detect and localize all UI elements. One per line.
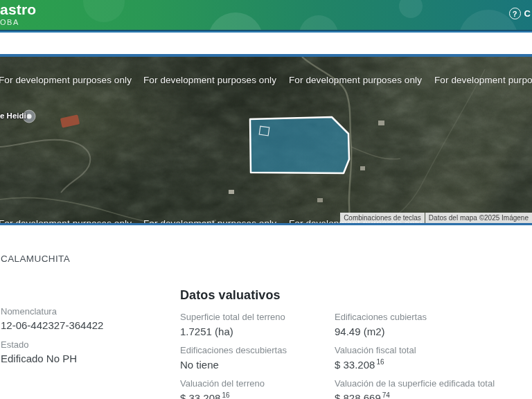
map-data-attribution: Datos del mapa ©2025 Imágene [425,213,532,223]
valuation-field: Edificaciones descubiertas No tiene [180,345,335,378]
keyboard-shortcuts-button[interactable]: Combinaciones de teclas [340,213,425,223]
dev-watermark: For development purposes only [143,218,276,223]
logo-text-bottom: OBA [0,19,36,26]
header-decor-circle [83,0,125,22]
parcel-detail-panel: CALAMUCHITA Nomenclatura 12-06-442327-36… [0,226,532,399]
valuation-field: Valuación fiscal total $ 33.20816 [335,345,532,378]
department-name: CALAMUCHITA [1,254,70,264]
field-value-nomenclatura: 12-06-442327-364422 [1,319,170,331]
app-logo[interactable]: astro OBA [0,2,36,26]
dev-watermark: For development purposes only [434,75,532,85]
valuation-grid: Superficie total del terreno 1.7251 (ha)… [180,312,532,399]
toolbar-strip [0,33,532,54]
header-decor-circle [208,12,263,30]
logo-text-top: astro [0,2,36,17]
valuation-field: Edificaciones cubiertas 94.49 (m2) [335,312,532,345]
field-label-nomenclatura: Nomenclatura [1,306,170,317]
dev-watermark: For development purposes only [0,75,132,85]
app-header: astro OBA ? C [0,0,532,30]
valuation-field: Superficie total del terreno 1.7251 (ha) [180,312,335,345]
selected-parcel-polygon[interactable] [250,117,349,173]
header-help-button[interactable]: ? C [509,8,531,19]
header-help-label: C [524,8,531,19]
field-label-estado: Estado [1,339,170,350]
dev-watermark: For development purposes only [0,218,132,223]
parcel-info-block: Nomenclatura 12-06-442327-364422 Estado … [1,306,170,373]
help-icon: ? [509,8,521,19]
header-decor-circle [299,15,338,30]
header-decor-circle [399,0,423,18]
dev-watermark: For development purposes only [143,75,276,85]
map-attribution: Combinaciones de teclas Datos del mapa ©… [340,213,532,223]
dev-watermark: For development purposes only [289,75,422,85]
valuation-section: Datos valuativos Superficie total del te… [180,288,532,399]
poi-label: e Heidi [0,112,26,120]
field-value-estado: Edificado No PH [1,353,170,364]
satellite-map[interactable]: For development purposes only For develo… [0,57,532,223]
valuation-field: Valuación del terreno $ 33.20816 [180,378,335,399]
valuation-title: Datos valuativos [180,288,532,303]
valuation-field: Valuación de la superficie edificada tot… [335,378,532,399]
